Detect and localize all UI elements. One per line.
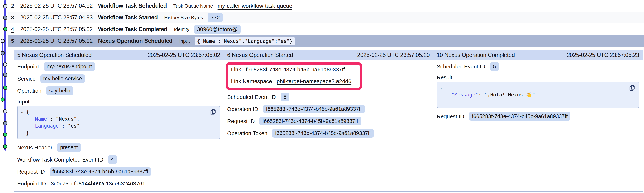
code-line: } — [446, 98, 635, 105]
field-value-badge: 4 — [108, 155, 117, 164]
timeline-node-pending — [3, 4, 7, 8]
field-label: Workflow Task Completed Event ID — [17, 157, 103, 163]
event-title: Workflow Task Scheduled — [98, 2, 167, 9]
panel-nexus-operation-scheduled: 5 Nexus Operation Scheduled 2025-02-25 U… — [14, 50, 224, 191]
field-value-badge: f665283f-743e-4374-b45b-9a61a89337ff — [272, 129, 374, 138]
link-namespace-link[interactable]: phil-target-namespace2.a2dd6 — [277, 78, 351, 84]
field-label: Input — [17, 99, 30, 105]
code-line: "Language": "es" — [26, 123, 216, 130]
field-label: Request ID — [436, 113, 464, 120]
field-endpoint-id: Endpoint ID 3c0c75ccfa8144b092c13ce63246… — [17, 180, 220, 188]
timeline-node-completed — [3, 145, 7, 149]
field-workflow-task-completed-event-id: Workflow Task Completed Event ID 4 — [17, 155, 220, 164]
field-nexus-header: Nexus Header present — [17, 143, 220, 152]
field-request-id: Request ID f665283f-743e-4374-b45b-9a61a… — [227, 117, 430, 125]
field-scheduled-event-id: Scheduled Event ID 5 — [227, 93, 430, 101]
field-operation-token: Operation Token f665283f-743e-4374-b45b-… — [227, 129, 430, 138]
input-json-viewer: ⌄ { "Name": "Nexus", "Language": "es"} — [17, 106, 220, 139]
event-id-link[interactable]: 4 — [11, 26, 16, 32]
panel-nexus-operation-started: 6 Nexus Operation Started 2025-02-25 UTC… — [224, 50, 433, 191]
event-attr-label: History Size Bytes — [164, 15, 203, 20]
field-link: Link f665283f-743e-4374-b45b-9a61a89337f… — [231, 65, 351, 74]
event-group-detail-panels: 5 Nexus Operation Scheduled 2025-02-25 U… — [14, 50, 643, 192]
json-key: "Language" — [32, 123, 62, 129]
panel-title: 6 Nexus Operation Started — [227, 52, 293, 58]
event-attr-label: Input — [179, 38, 190, 44]
code-line: "Name": "Nexus", — [26, 116, 216, 123]
timeline-node-started — [0, 51, 5, 55]
timeline-node-completed — [3, 27, 7, 31]
collapse-chevron-icon[interactable]: ⌄ — [439, 85, 444, 90]
workflow-event-history-screen: { "event_rows": [ {"id":"2","timestamp":… — [0, 0, 644, 193]
field-input-label: Input — [17, 99, 220, 105]
code-line: "Message": "¡Hola! Nexus 👋" — [446, 91, 635, 98]
field-label: Request ID — [227, 118, 255, 124]
code-line: { — [446, 84, 635, 91]
json-code: { "Name": "Nexus", "Language": "es"} — [20, 109, 216, 136]
event-id-link[interactable]: 3 — [11, 14, 16, 21]
field-value-badge: 5 — [280, 93, 289, 101]
field-endpoint: Endpoint my-nexus-endpoint — [17, 62, 220, 71]
nexus-link[interactable]: f665283f-743e-4374-b45b-9a61a89337ff — [246, 66, 345, 73]
timeline-node-started — [3, 73, 7, 77]
panel-header[interactable]: 10 Nexus Operation Completed 2025-02-25 … — [433, 50, 642, 60]
panel-title: 10 Nexus Operation Completed — [436, 52, 515, 58]
timeline-node-started — [3, 16, 7, 20]
field-operation: Operation say-hello — [17, 86, 220, 95]
event-attr-label: Identity — [174, 26, 190, 32]
event-attr-value-badge: 30960@totoro@ — [194, 25, 240, 34]
panel-header[interactable]: 5 Nexus Operation Scheduled 2025-02-25 U… — [14, 50, 224, 60]
panel-timestamp: 2025-02-25 UTC 23:57:05.20 — [357, 52, 430, 58]
field-label: Endpoint ID — [17, 181, 46, 187]
field-label: Operation Token — [227, 130, 268, 136]
field-value-badge: say-hello — [46, 86, 73, 95]
event-row-5-selected[interactable]: 5 2025-02-25 UTC 23:57:05.02 Nexus Opera… — [8, 35, 644, 47]
json-key: "Message" — [452, 92, 478, 98]
copy-button[interactable] — [209, 108, 217, 116]
panel-body: Scheduled Event ID 5 Result ⌄ { "Message… — [433, 60, 642, 121]
event-title: Workflow Task Started — [98, 14, 158, 21]
result-json-viewer: ⌄ { "Message": "¡Hola! Nexus 👋"} — [436, 82, 639, 108]
task-queue-link[interactable]: my-caller-workflow-task-queue — [218, 3, 292, 9]
event-row-3[interactable]: 3 2025-02-25 UTC 23:57:04.93 Workflow Ta… — [8, 12, 644, 23]
json-code: { "Message": "¡Hola! Nexus 👋"} — [440, 84, 635, 105]
copy-button[interactable] — [628, 84, 636, 92]
field-label: Scheduled Event ID — [227, 94, 276, 100]
field-label: Operation — [17, 88, 42, 94]
timeline-node-pending — [3, 109, 7, 113]
field-label: Endpoint — [17, 63, 39, 70]
field-label: Link — [231, 66, 241, 73]
field-label: Link Namespace — [231, 78, 272, 84]
field-link-namespace: Link Namespace phil-target-namespace2.a2… — [231, 77, 351, 85]
copy-icon — [209, 108, 217, 116]
code-line: { — [26, 109, 216, 116]
event-id-link[interactable]: 2 — [11, 3, 16, 9]
field-operation-id: Operation ID f665283f-743e-4374-b45b-9a6… — [227, 105, 430, 113]
event-title: Workflow Task Completed — [98, 26, 168, 33]
field-value-badge: present — [57, 143, 81, 152]
event-attr-value-badge: 772 — [208, 13, 223, 22]
field-value-badge: f665283f-743e-4374-b45b-9a61a89337ff — [50, 167, 151, 176]
field-label: Request ID — [17, 169, 45, 175]
timeline-node-completed — [3, 133, 7, 137]
event-attr-label: Task Queue Name — [173, 3, 213, 9]
field-label: Result — [436, 74, 452, 81]
field-value-badge: 5 — [490, 62, 499, 71]
field-value-badge: f665283f-743e-4374-b45b-9a61a89337ff — [263, 105, 365, 113]
panel-body: Endpoint my-nexus-endpoint Service my-he… — [14, 60, 224, 188]
event-timestamp: 2025-02-25 UTC 23:57:05.02 — [20, 38, 98, 44]
field-service: Service my-hello-service — [17, 74, 220, 83]
panel-timestamp: 2025-02-25 UTC 23:57:05.02 — [148, 52, 220, 58]
endpoint-id-link[interactable]: 3c0c75ccfa8144b092c13ce632463761 — [51, 181, 145, 187]
timeline-node-pending — [0, 39, 5, 43]
event-row-4[interactable]: 4 2025-02-25 UTC 23:57:05.02 Workflow Ta… — [8, 23, 644, 35]
collapse-chevron-icon[interactable]: ⌄ — [20, 109, 24, 114]
timeline-node-completed — [3, 86, 7, 90]
timeline-branch-line — [2, 41, 3, 99]
panel-nexus-operation-completed: 10 Nexus Operation Completed 2025-02-25 … — [433, 50, 642, 191]
event-row-2[interactable]: 2 2025-02-25 UTC 23:57:04.92 Workflow Ta… — [8, 0, 644, 12]
event-id-link[interactable]: 5 — [11, 38, 16, 44]
field-value-badge: f665283f-743e-4374-b45b-9a61a89337ff — [260, 117, 361, 125]
panel-header[interactable]: 6 Nexus Operation Started 2025-02-25 UTC… — [224, 50, 433, 60]
field-request-id: Request ID f665283f-743e-4374-b45b-9a61a… — [17, 167, 220, 176]
